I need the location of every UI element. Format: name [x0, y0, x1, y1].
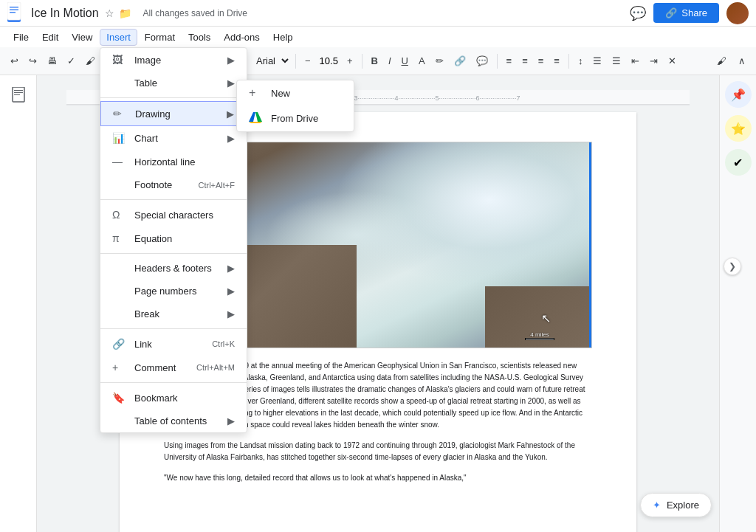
print-button[interactable]: 🖶	[43, 52, 61, 69]
chart-arrow: ▶	[227, 133, 235, 144]
underline-button[interactable]: U	[397, 52, 413, 69]
menu-insert[interactable]: Insert	[100, 29, 137, 46]
ordered-list[interactable]: ☰	[608, 52, 625, 69]
insert-comment-item[interactable]: + Comment Ctrl+Alt+M	[100, 356, 247, 379]
saved-message: All changes saved in Drive	[143, 8, 247, 18]
insert-break-item[interactable]: Break ▶	[100, 303, 247, 325]
spellcheck-button[interactable]: ✓	[63, 52, 80, 69]
insert-image-label: Image	[134, 55, 161, 66]
bold-button[interactable]: B	[367, 52, 382, 69]
explore-label: Explore	[667, 500, 699, 511]
comment-icon[interactable]: 💬	[630, 5, 646, 21]
divider-6	[497, 54, 498, 69]
insert-special-label: Special characters	[134, 210, 213, 221]
insert-link-item[interactable]: 🔗 Link Ctrl+K	[100, 332, 247, 356]
menu-addons[interactable]: Add-ons	[218, 30, 265, 45]
align-center[interactable]: ≡	[518, 52, 532, 69]
menu-tools[interactable]: Tools	[182, 30, 216, 45]
image-arrow: ▶	[227, 55, 235, 66]
insert-special-item[interactable]: Ω Special characters	[100, 203, 247, 227]
drawing-new-item[interactable]: + New	[237, 80, 354, 106]
redo-button[interactable]: ↪	[24, 52, 41, 69]
left-sidebar	[0, 75, 37, 532]
link-shortcut: Ctrl+K	[212, 339, 235, 348]
align-justify[interactable]: ≡	[549, 52, 564, 69]
divider-a	[100, 97, 247, 98]
share-button[interactable]: 🔗 Share	[653, 3, 719, 23]
svg-rect-7	[14, 92, 23, 93]
svg-rect-1	[7, 2, 21, 20]
svg-rect-2	[10, 7, 18, 8]
insert-drawing-item[interactable]: ✏ Drawing ▶	[100, 101, 247, 126]
insert-hrule-item[interactable]: — Horizontal line	[100, 150, 247, 173]
indent-decrease[interactable]: ⇤	[627, 52, 644, 69]
insert-headers-item[interactable]: Headers & footers ▶	[100, 257, 247, 280]
line-spacing[interactable]: ↕	[574, 52, 588, 69]
svg-marker-12	[249, 112, 255, 122]
sidebar-star-icon[interactable]: ⭐	[725, 115, 752, 142]
insert-toc-label: Table of contents	[134, 415, 207, 426]
insert-break-label: Break	[134, 308, 159, 319]
menu-format[interactable]: Format	[139, 30, 181, 45]
insert-toc-item[interactable]: Table of contents ▶	[100, 410, 247, 432]
undo-button[interactable]: ↩	[6, 52, 23, 69]
explore-icon: ✦	[653, 500, 661, 511]
insert-pagenums-label: Page numbers	[134, 286, 197, 297]
insert-bookmark-label: Bookmark	[134, 393, 178, 404]
insert-dropdown: 🖼 Image ▶ Table ▶ ✏ Drawing ▶ 📊 Chart ▶ …	[100, 47, 247, 433]
menu-view[interactable]: View	[66, 30, 98, 45]
insert-equation-item[interactable]: π Equation	[100, 227, 247, 250]
insert-bookmark-item[interactable]: 🔖 Bookmark	[100, 386, 247, 410]
right-sidebar: 📌 ⭐ ✔	[719, 75, 756, 532]
insert-table-label: Table	[134, 77, 157, 89]
italic-button[interactable]: I	[384, 52, 396, 69]
svg-marker-13	[255, 112, 262, 122]
svg-rect-8	[14, 94, 20, 95]
font-color-button[interactable]: A	[414, 52, 430, 69]
indent-increase[interactable]: ⇥	[645, 52, 662, 69]
paint-button[interactable]: 🖌	[81, 52, 100, 69]
drive-icon	[249, 111, 264, 125]
clear-format[interactable]: ✕	[664, 52, 681, 69]
svg-rect-3	[10, 9, 18, 10]
drawing-drive-item[interactable]: From Drive	[237, 106, 354, 131]
page-view-icon[interactable]	[5, 83, 32, 109]
insert-drawing-label: Drawing	[135, 108, 171, 120]
align-left[interactable]: ≡	[502, 52, 517, 69]
comment-tool-button[interactable]: 💬	[472, 52, 492, 69]
divider-d	[100, 328, 247, 329]
list-button[interactable]: ☰	[588, 52, 606, 69]
font-size-increase[interactable]: +	[343, 52, 357, 69]
align-right[interactable]: ≡	[534, 52, 549, 69]
avatar[interactable]	[726, 2, 749, 24]
insert-image-item[interactable]: 🖼 Image ▶	[100, 48, 247, 72]
star-icon[interactable]: ☆	[105, 7, 114, 19]
paint-format[interactable]: 🖌	[712, 52, 731, 69]
sidebar-pin-icon[interactable]: 📌	[725, 81, 752, 108]
divider-5	[362, 54, 362, 69]
svg-marker-14	[249, 122, 262, 123]
insert-table-item[interactable]: Table ▶	[100, 72, 247, 94]
svg-rect-6	[14, 90, 23, 91]
new-drawing-icon: +	[249, 86, 264, 100]
insert-chart-item[interactable]: 📊 Chart ▶	[100, 126, 247, 150]
menu-edit[interactable]: Edit	[36, 30, 64, 45]
collapse-sidebar-button[interactable]: ❯	[724, 258, 741, 275]
explore-button[interactable]: ✦ Explore	[640, 493, 712, 517]
toolbar-expand[interactable]: ∧	[734, 52, 750, 69]
menu-help[interactable]: Help	[267, 30, 299, 45]
insert-pagenums-item[interactable]: Page numbers ▶	[100, 280, 247, 303]
font-size-decrease[interactable]: −	[300, 52, 315, 69]
highlight-button[interactable]: ✏	[431, 52, 448, 69]
font-select[interactable]: Arial	[250, 53, 291, 69]
link-button[interactable]: 🔗	[450, 52, 470, 69]
sidebar-check-icon[interactable]: ✔	[725, 149, 752, 176]
title-bar: Ice In Motion ☆ 📁 All changes saved in D…	[0, 0, 756, 27]
insert-footnote-item[interactable]: Footnote Ctrl+Alt+F	[100, 173, 247, 196]
folder-icon[interactable]: 📁	[119, 7, 131, 19]
image-icon: 🖼	[112, 54, 127, 66]
comment-shortcut: Ctrl+Alt+M	[196, 363, 235, 372]
menu-file[interactable]: File	[7, 30, 35, 45]
insert-chart-label: Chart	[134, 133, 158, 144]
comment-menu-icon: +	[112, 362, 127, 373]
